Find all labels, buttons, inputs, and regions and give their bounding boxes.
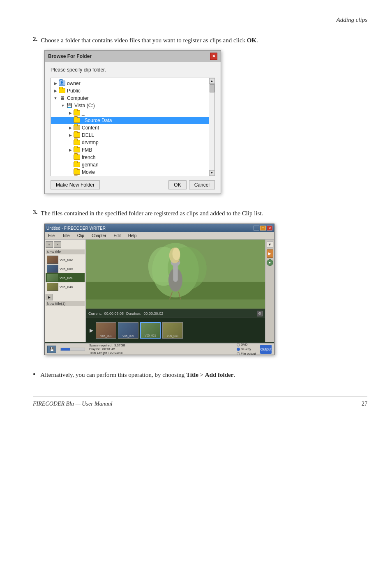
scroll-thumb[interactable] (210, 84, 214, 92)
radio-dot-bluray (237, 348, 240, 351)
menu-title[interactable]: Title (60, 233, 71, 238)
dialog-wrapper: Browse For Folder ✕ Please specify clip … (44, 50, 367, 194)
clip-thumb-1 (47, 256, 58, 264)
ok-cancel-group: OK Cancel (168, 180, 215, 189)
menu-help[interactable]: Help (127, 233, 138, 238)
clip-item-1[interactable]: V05_002 (46, 255, 85, 264)
tree-item-source-data[interactable]: _Source Data (51, 117, 214, 124)
timeline-playhead: ▶ (88, 322, 94, 339)
tree-item-owner[interactable]: ▶ 👤 owner (51, 80, 214, 87)
ok-button[interactable]: OK (168, 180, 186, 189)
clip-item-4[interactable]: V05_048 (46, 282, 85, 291)
tree-arrow-fmb: ▶ (67, 148, 73, 152)
tree-item-french[interactable]: french (51, 154, 214, 161)
sidebar-toolbar: ≡ + (46, 241, 85, 248)
app-statusbar: 💾 Space required : 3.37GB Playlist : 00:… (45, 343, 274, 355)
dialog-title: Browse For Folder (48, 53, 92, 59)
minimize-button[interactable]: _ (254, 226, 259, 231)
menu-chapter[interactable]: Chapter (90, 233, 108, 238)
svg-point-10 (172, 248, 180, 260)
menu-clip[interactable]: Clip (76, 233, 86, 238)
bullet-bold-add-folder: Add folder (205, 371, 234, 378)
scroll-down-button[interactable]: ▼ (209, 170, 215, 176)
header-title: Adding clips (337, 16, 367, 23)
dialog-body: Please specify clip folder. ▶ 👤 owner (45, 62, 221, 194)
right-panel: ▼ ▶ ● (265, 240, 274, 342)
footer-page-number: 27 (362, 401, 367, 407)
maximize-button[interactable]: □ (260, 226, 266, 231)
footer-title: FIRECODER Blu — User Manual (33, 401, 113, 407)
step-2-text: Choose a folder that contains video file… (41, 36, 258, 45)
progress-bar (60, 348, 85, 351)
cancel-button[interactable]: Cancel (189, 180, 215, 189)
clip-item-2[interactable]: V05_009 (46, 264, 85, 273)
status-icon[interactable]: 💾 (47, 346, 56, 353)
sidebar-tool-btn-2[interactable]: + (54, 241, 61, 248)
tree-item-vista[interactable]: ▼ 💾 Vista (C:) (51, 102, 214, 109)
german-folder-icon (73, 161, 81, 168)
dialog-buttons: Make New Folder OK Cancel (51, 180, 215, 189)
tree-scrollbar[interactable]: ▲ ▼ (209, 78, 214, 176)
sidebar-section-1: New title (46, 249, 85, 254)
firecoder-writer-window: Untitled - FIRECODER WRITER _ □ ✕ File T… (44, 224, 274, 355)
radio-bluray[interactable]: Blu-ray (237, 347, 256, 351)
bullet-symbol: • (33, 370, 35, 379)
folder-icon-underscore (73, 110, 81, 116)
app-sidebar: ≡ + New title V05_002 V05_009 (45, 240, 86, 342)
timeline-thumb-4[interactable]: V05_048 (162, 322, 183, 339)
clip-item-3[interactable]: V05_021 (46, 273, 85, 282)
tree-arrow-content: ▶ (67, 126, 73, 130)
tree-item-public[interactable]: ▶ Public (51, 87, 214, 95)
right-btn-orange[interactable]: ▶ (267, 249, 273, 258)
tree-item-fmb[interactable]: ▶ FMB (51, 146, 214, 154)
radio-file-output[interactable]: File output (237, 352, 256, 355)
preview-scene-svg (86, 240, 265, 309)
tree-item-dell[interactable]: ▶ DELL (51, 131, 214, 139)
main-preview-area: Current: 00:00:03:05 Duration: 00:00:30:… (86, 240, 265, 342)
page-footer: FIRECODER Blu — User Manual 27 (33, 396, 367, 407)
tree-item-program-files[interactable]: ▶ Program Files (51, 176, 214, 176)
step-2-number: 2. (33, 36, 37, 43)
page-container: Adding clips 2. Choose a folder that con… (0, 0, 392, 424)
preview-settings-btn[interactable]: ⚙ (257, 311, 263, 316)
folder-tree[interactable]: ▶ 👤 owner ▶ Public (51, 78, 215, 176)
drvrtmp-folder-icon (73, 139, 81, 146)
scroll-up-button[interactable]: ▲ (209, 78, 215, 84)
tree-item-movie[interactable]: Movie (51, 168, 214, 176)
menu-file[interactable]: File (46, 233, 56, 238)
radio-dvd[interactable]: DVD (237, 343, 256, 346)
tree-arrow-dell: ▶ (67, 133, 73, 137)
status-info: Space required : 3.37GB Playlist : 00:01… (89, 344, 125, 355)
window-controls: _ □ ✕ (254, 226, 272, 231)
tree-item-content[interactable]: ▶ Content (51, 124, 214, 131)
timeline-thumb-2[interactable]: V05_009 (118, 322, 138, 339)
dialog-prompt: Please specify clip folder. (51, 67, 215, 73)
svg-rect-13 (86, 300, 265, 309)
timeline-thumb-3[interactable]: V05_021 (140, 322, 161, 339)
tree-item-underscore[interactable]: ▶ _ (51, 109, 214, 117)
tree-item-german[interactable]: german (51, 161, 214, 168)
sidebar-tool-btn-3[interactable]: ▶ (46, 294, 53, 300)
output-button[interactable]: Output (260, 345, 272, 354)
menu-edit[interactable]: Edit (112, 233, 122, 238)
sidebar-tool-btn-1[interactable]: ≡ (46, 241, 53, 248)
tree-item-drvrtmp[interactable]: drvrtmp (51, 139, 214, 146)
tree-item-computer[interactable]: ▼ 🖥 Computer (51, 95, 214, 102)
sidebar-section-2: New title(1) (46, 301, 85, 306)
svg-rect-6 (173, 264, 178, 282)
source-data-folder-icon (73, 117, 81, 124)
dialog-close-button[interactable]: ✕ (210, 53, 217, 60)
right-btn-1[interactable]: ▼ (267, 241, 273, 248)
timeline-area: ▶ V05_001 V05_009 V05_021 V05_048 (86, 318, 265, 342)
timeline-thumb-1[interactable]: V05_001 (96, 322, 116, 339)
close-app-button[interactable]: ✕ (267, 226, 272, 231)
clip-thumb-3 (47, 274, 58, 282)
browse-folder-dialog: Browse For Folder ✕ Please specify clip … (44, 50, 221, 194)
app-menubar: File Title Clip Chapter Edit Help (45, 232, 274, 240)
right-btn-green-circle[interactable]: ● (267, 259, 273, 266)
bullet-text-content: Alternatively, you can perform this oper… (40, 370, 235, 380)
make-new-folder-button[interactable]: Make New Folder (51, 180, 100, 189)
radio-dot-dvd (237, 343, 240, 346)
preview-controls: Current: 00:00:03:05 Duration: 00:00:30:… (86, 309, 265, 318)
preview-image (86, 240, 265, 309)
